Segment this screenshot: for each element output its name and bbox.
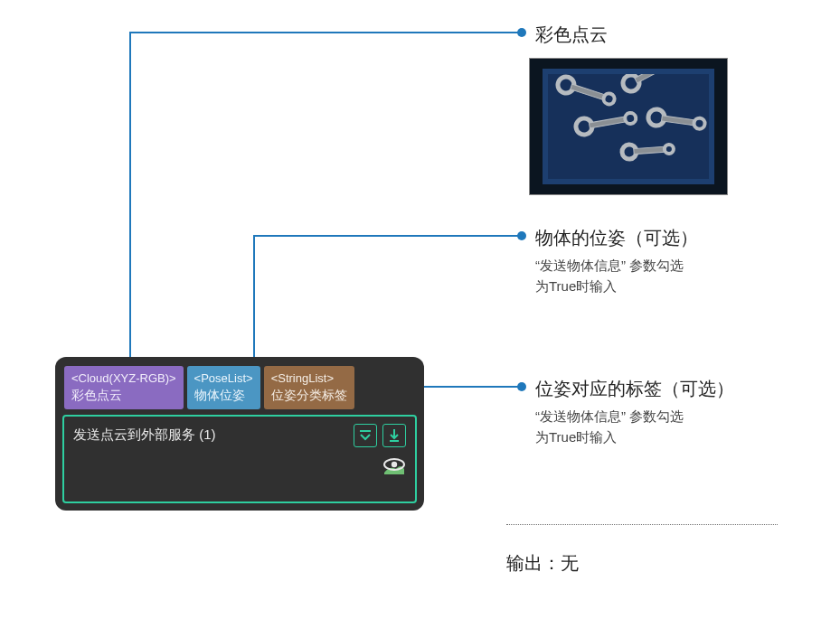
svg-point-11 bbox=[624, 112, 637, 125]
svg-rect-10 bbox=[589, 117, 625, 128]
connector-pose-bullet bbox=[517, 231, 526, 240]
port-pose-list[interactable]: <PoseList> 物体位姿 bbox=[187, 366, 260, 409]
node-icons bbox=[354, 424, 406, 447]
connector-pose-vertical bbox=[253, 235, 255, 368]
port-cloud-name: 彩色点云 bbox=[71, 387, 176, 405]
download-icon[interactable] bbox=[382, 424, 406, 447]
port-pose-name: 物体位姿 bbox=[194, 387, 253, 405]
annotation-label: 位姿对应的标签（可选） “发送物体信息” 参数勾选 为True时输入 bbox=[535, 377, 734, 447]
annotation-cloud-title: 彩色点云 bbox=[535, 23, 608, 47]
connector-label-bullet bbox=[517, 382, 526, 391]
svg-point-8 bbox=[694, 117, 706, 130]
connector-cloud-vertical bbox=[129, 32, 131, 368]
ports-row: <Cloud(XYZ-RGB)> 彩色点云 <PoseList> 物体位姿 <S… bbox=[62, 364, 417, 415]
port-string-name: 位姿分类标签 bbox=[271, 387, 347, 405]
port-pose-type: <PoseList> bbox=[194, 370, 253, 387]
port-string-list[interactable]: <StringList> 位姿分类标签 bbox=[264, 366, 354, 409]
connector-pose-horizontal bbox=[253, 235, 521, 237]
parts-illustration bbox=[548, 74, 709, 179]
svg-rect-13 bbox=[634, 146, 665, 154]
annotation-cloud: 彩色点云 bbox=[535, 23, 608, 47]
connector-cloud-bullet bbox=[517, 28, 526, 37]
annotation-label-sub: “发送物体信息” 参数勾选 为True时输入 bbox=[535, 407, 734, 447]
svg-point-2 bbox=[602, 92, 616, 106]
annotation-pose-title: 物体的位姿（可选） bbox=[535, 226, 698, 250]
port-cloud-xyz-rgb[interactable]: <Cloud(XYZ-RGB)> 彩色点云 bbox=[64, 366, 184, 409]
svg-point-14 bbox=[665, 145, 675, 155]
port-string-type: <StringList> bbox=[271, 370, 347, 387]
bin-container bbox=[543, 69, 714, 184]
annotation-pose: 物体的位姿（可选） “发送物体信息” 参数勾选 为True时输入 bbox=[535, 226, 698, 296]
svg-rect-7 bbox=[662, 116, 694, 126]
output-label: 输出：无 bbox=[506, 551, 579, 576]
svg-rect-1 bbox=[571, 84, 605, 99]
eye-row bbox=[73, 456, 406, 476]
node-body: 发送点云到外部服务 (1) bbox=[62, 415, 417, 503]
port-cloud-type: <Cloud(XYZ-RGB)> bbox=[71, 370, 176, 387]
visibility-icon[interactable] bbox=[382, 456, 406, 476]
node-send-point-cloud[interactable]: <Cloud(XYZ-RGB)> 彩色点云 <PoseList> 物体位姿 <S… bbox=[55, 357, 424, 511]
svg-rect-4 bbox=[635, 74, 665, 83]
node-title-row: 发送点云到外部服务 (1) bbox=[73, 424, 406, 447]
preview-point-cloud-image bbox=[529, 58, 728, 195]
svg-point-19 bbox=[392, 462, 397, 467]
annotation-label-title: 位姿对应的标签（可选） bbox=[535, 377, 734, 401]
output-divider bbox=[506, 524, 778, 525]
annotation-pose-sub: “发送物体信息” 参数勾选 为True时输入 bbox=[535, 256, 698, 296]
connector-cloud-horizontal bbox=[129, 32, 521, 33]
expand-down-icon[interactable] bbox=[354, 424, 377, 447]
node-title: 发送点云到外部服务 (1) bbox=[73, 426, 216, 444]
